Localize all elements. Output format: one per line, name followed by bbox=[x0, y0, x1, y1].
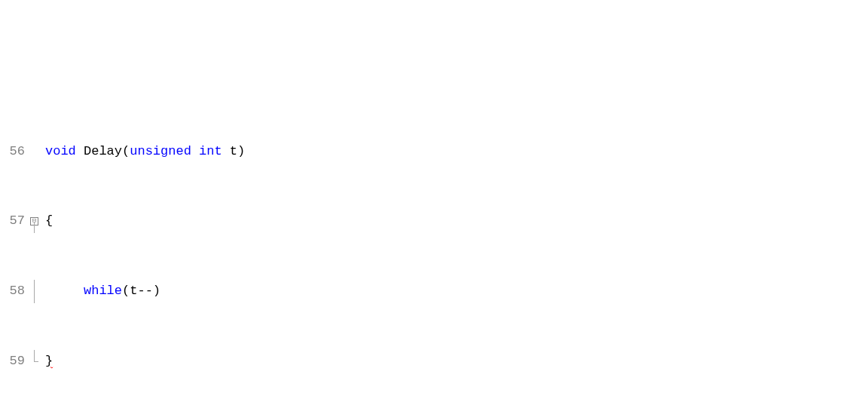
line-number: 59 bbox=[0, 350, 25, 373]
line-number-gutter: 56 57 58 59 60 61 62 63 64 65 66 67 68 6… bbox=[0, 94, 30, 405]
code-line[interactable]: } bbox=[45, 350, 561, 373]
code-area[interactable]: void Delay(unsigned int t) { while(t--) … bbox=[42, 94, 561, 405]
fold-column: ⊟ ⊟ ⊟ ⊟ ⊟ bbox=[30, 94, 42, 405]
code-editor[interactable]: 56 57 58 59 60 61 62 63 64 65 66 67 68 6… bbox=[0, 94, 868, 405]
line-number: 57 bbox=[0, 210, 25, 233]
line-number: 56 bbox=[0, 140, 25, 164]
code-line[interactable]: { bbox=[45, 210, 561, 233]
code-line[interactable]: void Delay(unsigned int t) bbox=[45, 140, 561, 164]
code-line[interactable]: while(t--) bbox=[45, 280, 561, 303]
line-number: 58 bbox=[0, 280, 25, 303]
